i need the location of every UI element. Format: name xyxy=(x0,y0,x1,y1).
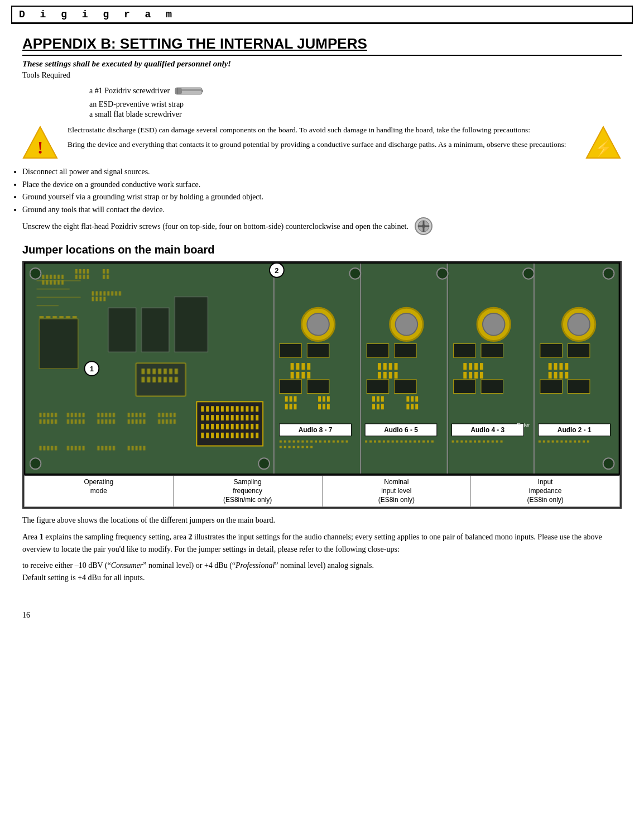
svg-rect-115 xyxy=(101,419,103,424)
svg-rect-86 xyxy=(164,377,167,383)
svg-rect-261 xyxy=(284,441,286,443)
svg-rect-236 xyxy=(395,344,417,358)
svg-point-166 xyxy=(523,268,534,279)
svg-rect-41 xyxy=(79,269,81,274)
svg-rect-349 xyxy=(201,424,204,429)
svg-rect-239 xyxy=(453,344,475,358)
svg-rect-144 xyxy=(67,446,69,451)
svg-rect-281 xyxy=(301,446,304,448)
svg-rect-193 xyxy=(389,363,392,370)
svg-rect-356 xyxy=(236,424,239,429)
svg-rect-209 xyxy=(411,404,414,410)
svg-rect-265 xyxy=(301,441,304,443)
svg-rect-55 xyxy=(52,316,57,318)
svg-rect-79 xyxy=(164,369,167,374)
warning-section: ! Electrostatic discharge (ESD) can dama… xyxy=(22,125,622,161)
svg-rect-179 xyxy=(294,396,297,402)
svg-rect-169 xyxy=(291,363,294,370)
warning-bullet-item: Place the device on a grounded conductiv… xyxy=(22,179,622,190)
svg-text:!: ! xyxy=(37,137,44,157)
svg-rect-48 xyxy=(103,269,105,274)
svg-point-162 xyxy=(603,268,614,279)
svg-rect-28 xyxy=(42,275,44,279)
svg-rect-34 xyxy=(42,280,44,285)
svg-rect-291 xyxy=(396,441,398,443)
svg-rect-33 xyxy=(61,275,64,279)
svg-rect-194 xyxy=(395,363,398,370)
svg-rect-240 xyxy=(481,344,503,358)
svg-rect-36 xyxy=(50,280,52,285)
svg-rect-111 xyxy=(105,413,107,418)
svg-rect-117 xyxy=(109,419,111,424)
svg-point-168 xyxy=(307,313,329,336)
svg-text:⚡: ⚡ xyxy=(594,139,613,157)
svg-rect-339 xyxy=(211,415,214,420)
page-number: 16 xyxy=(0,611,644,620)
svg-rect-181 xyxy=(290,404,292,410)
svg-rect-158 xyxy=(143,446,145,451)
svg-rect-59 xyxy=(92,291,94,296)
svg-rect-206 xyxy=(411,396,414,402)
svg-rect-327 xyxy=(211,407,214,412)
svg-rect-178 xyxy=(290,396,292,402)
svg-rect-364 xyxy=(216,433,219,438)
svg-rect-44 xyxy=(75,275,78,279)
svg-rect-182 xyxy=(294,404,297,410)
header-bar: D i g i g r a m xyxy=(11,6,633,23)
svg-rect-275 xyxy=(346,441,348,443)
svg-rect-116 xyxy=(105,419,107,424)
svg-rect-342 xyxy=(226,415,229,420)
svg-rect-335 xyxy=(251,407,253,412)
svg-rect-196 xyxy=(383,372,387,379)
svg-rect-180 xyxy=(285,404,288,410)
svg-rect-237 xyxy=(367,380,389,394)
svg-rect-125 xyxy=(132,419,134,424)
svg-rect-118 xyxy=(113,419,115,424)
svg-rect-151 xyxy=(105,446,107,451)
svg-rect-43 xyxy=(86,269,89,274)
svg-rect-30 xyxy=(50,275,52,279)
svg-rect-71 xyxy=(108,308,136,352)
svg-rect-290 xyxy=(392,441,394,443)
para2-prefix: Area xyxy=(22,533,40,541)
svg-rect-40 xyxy=(75,269,78,274)
svg-rect-25 xyxy=(36,289,69,290)
svg-text:Audio 4 - 3: Audio 4 - 3 xyxy=(471,426,505,434)
svg-rect-331 xyxy=(231,407,234,412)
svg-rect-187 xyxy=(323,404,325,410)
svg-rect-108 xyxy=(83,419,85,424)
svg-rect-322 xyxy=(583,441,585,443)
svg-rect-305 xyxy=(474,441,476,443)
svg-rect-296 xyxy=(418,441,420,443)
svg-rect-363 xyxy=(211,433,214,438)
svg-rect-96 xyxy=(47,419,49,424)
svg-rect-114 xyxy=(97,419,99,424)
board-bottom-labels: Operating mode Sampling frequency (ES8in… xyxy=(24,475,620,507)
svg-rect-368 xyxy=(236,433,239,438)
svg-rect-37 xyxy=(54,280,56,285)
svg-rect-283 xyxy=(310,446,313,448)
svg-rect-185 xyxy=(327,396,330,402)
svg-rect-234 xyxy=(307,380,329,394)
svg-rect-82 xyxy=(141,377,145,383)
svg-rect-289 xyxy=(387,441,390,443)
area1-bold: 1 xyxy=(40,533,44,541)
svg-rect-207 xyxy=(415,396,418,402)
svg-rect-301 xyxy=(456,441,458,443)
svg-rect-50 xyxy=(103,275,105,279)
svg-rect-233 xyxy=(280,380,302,394)
svg-rect-334 xyxy=(246,407,248,412)
svg-rect-136 xyxy=(166,419,168,424)
svg-rect-371 xyxy=(251,433,253,438)
svg-rect-332 xyxy=(236,407,239,412)
svg-rect-246 xyxy=(568,380,590,394)
list-item: an ESD-preventive wrist strap xyxy=(89,100,622,109)
screwhead-icon xyxy=(414,217,433,236)
svg-rect-186 xyxy=(318,404,321,410)
svg-rect-177 xyxy=(285,396,288,402)
svg-rect-217 xyxy=(463,372,467,379)
screwdriver-icon xyxy=(174,83,203,99)
svg-rect-27 xyxy=(36,305,59,307)
svg-rect-183 xyxy=(318,396,321,402)
svg-rect-203 xyxy=(377,404,379,410)
